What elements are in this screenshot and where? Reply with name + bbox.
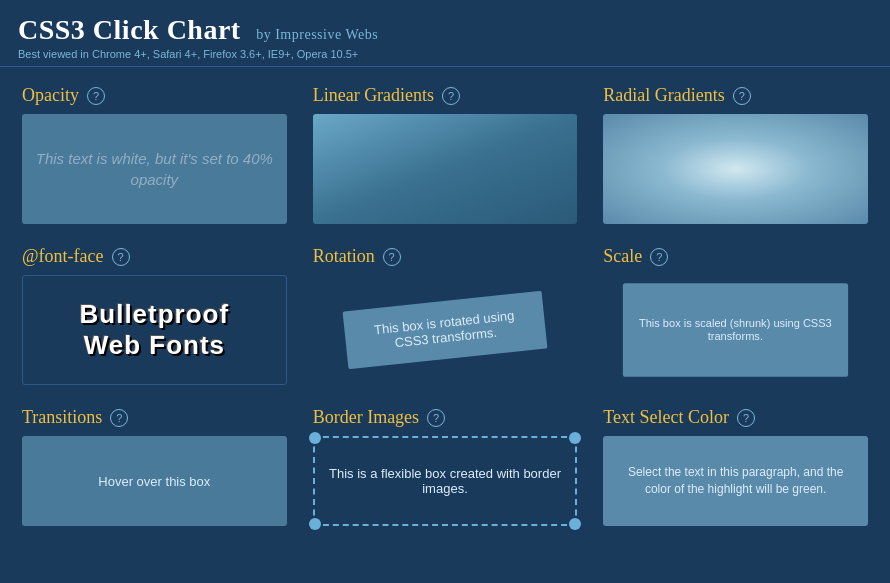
- scale-demo: This box is scaled (shrunk) using CSS3 t…: [623, 283, 848, 377]
- dot-bottom-left: [309, 518, 321, 530]
- radial-gradients-title: Radial Gradients: [603, 85, 724, 106]
- linear-gradients-help-icon[interactable]: ?: [442, 87, 460, 105]
- transitions-label: Transitions ?: [22, 407, 287, 428]
- text-select-help-icon[interactable]: ?: [737, 409, 755, 427]
- opacity-title: Opacity: [22, 85, 79, 106]
- radial-gradients-help-icon[interactable]: ?: [733, 87, 751, 105]
- scale-label: Scale ?: [603, 246, 868, 267]
- scale-help-icon[interactable]: ?: [650, 248, 668, 266]
- scale-title: Scale: [603, 246, 642, 267]
- transitions-cell: Transitions ? Hover over this box: [14, 399, 295, 534]
- transitions-text: Hover over this box: [98, 474, 210, 489]
- transitions-help-icon[interactable]: ?: [110, 409, 128, 427]
- linear-gradients-label: Linear Gradients ?: [313, 85, 578, 106]
- main-grid: Opacity ? This text is white, but it's s…: [0, 67, 890, 544]
- page-title: CSS3 Click Chart by Impressive Webs: [18, 14, 872, 46]
- dot-bottom-right: [569, 518, 581, 530]
- radial-gradients-label: Radial Gradients ?: [603, 85, 868, 106]
- border-images-demo: This is a flexible box created with bord…: [313, 436, 578, 526]
- page-header: CSS3 Click Chart by Impressive Webs Best…: [0, 0, 890, 67]
- opacity-label: Opacity ?: [22, 85, 287, 106]
- rotation-title: Rotation: [313, 246, 375, 267]
- opacity-help-icon[interactable]: ?: [87, 87, 105, 105]
- bulletproof-text: BulletproofWeb Fonts: [80, 299, 230, 361]
- radial-gradient-demo: [603, 114, 868, 224]
- dot-top-right: [569, 432, 581, 444]
- text-select-title: Text Select Color: [603, 407, 729, 428]
- rotation-label: Rotation ?: [313, 246, 578, 267]
- transitions-title: Transitions: [22, 407, 102, 428]
- linear-gradients-title: Linear Gradients: [313, 85, 434, 106]
- border-images-title: Border Images: [313, 407, 419, 428]
- border-images-text: This is a flexible box created with bord…: [315, 466, 576, 496]
- scale-cell: Scale ? This box is scaled (shrunk) usin…: [595, 238, 876, 393]
- radial-gradients-cell: Radial Gradients ?: [595, 77, 876, 232]
- scale-text: This box is scaled (shrunk) using CSS3 t…: [632, 317, 840, 343]
- text-select-demo[interactable]: Select the text in this paragraph, and t…: [603, 436, 868, 526]
- border-images-cell: Border Images ? This is a flexible box c…: [305, 399, 586, 534]
- text-select-label: Text Select Color ?: [603, 407, 868, 428]
- opacity-text: This text is white, but it's set to 40% …: [32, 148, 277, 190]
- border-images-label: Border Images ?: [313, 407, 578, 428]
- opacity-cell: Opacity ? This text is white, but it's s…: [14, 77, 295, 232]
- border-images-help-icon[interactable]: ?: [427, 409, 445, 427]
- transitions-demo[interactable]: Hover over this box: [22, 436, 287, 526]
- rotation-cell: Rotation ? This box is rotated using CSS…: [305, 238, 586, 393]
- rotation-outer: This box is rotated using CSS3 transform…: [313, 275, 578, 385]
- rotation-help-icon[interactable]: ?: [383, 248, 401, 266]
- linear-gradients-cell: Linear Gradients ?: [305, 77, 586, 232]
- subtitle: Best viewed in Chrome 4+, Safari 4+, Fir…: [18, 48, 872, 60]
- rotation-text: This box is rotated using CSS3 transform…: [373, 308, 515, 351]
- linear-gradient-demo: [313, 114, 578, 224]
- dot-top-left: [309, 432, 321, 444]
- font-face-label: @font-face ?: [22, 246, 287, 267]
- font-face-cell: @font-face ? BulletproofWeb Fonts: [14, 238, 295, 393]
- font-face-help-icon[interactable]: ?: [112, 248, 130, 266]
- opacity-demo: This text is white, but it's set to 40% …: [22, 114, 287, 224]
- font-face-demo: BulletproofWeb Fonts: [22, 275, 287, 385]
- text-select-color-cell: Text Select Color ? Select the text in t…: [595, 399, 876, 534]
- rotation-demo: This box is rotated using CSS3 transform…: [343, 291, 548, 370]
- text-select-text: Select the text in this paragraph, and t…: [613, 464, 858, 498]
- border-images-outer: This is a flexible box created with bord…: [313, 436, 578, 526]
- by-label: by Impressive Webs: [256, 27, 378, 42]
- title-text: CSS3 Click Chart: [18, 14, 241, 45]
- font-face-title: @font-face: [22, 246, 104, 267]
